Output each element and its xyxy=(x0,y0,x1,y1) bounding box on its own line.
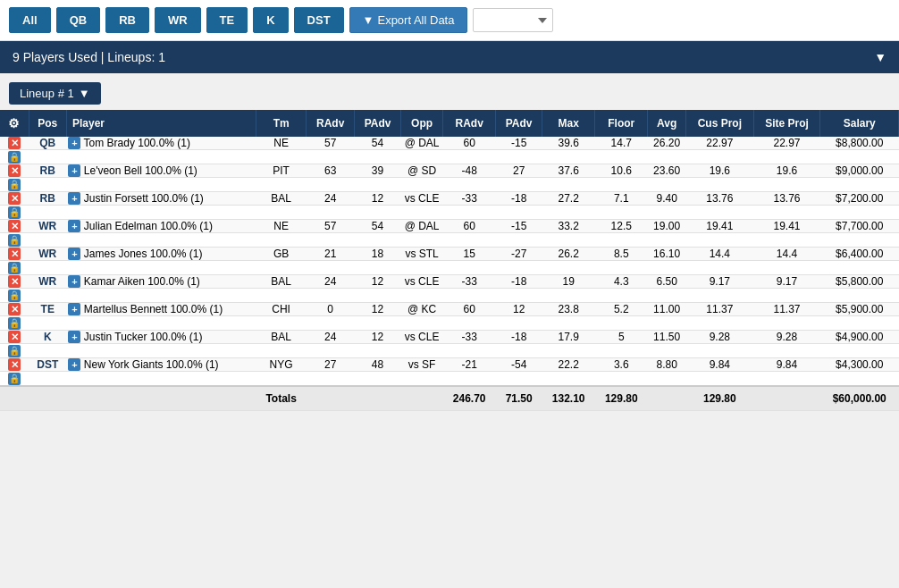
add-icon[interactable]: + xyxy=(68,192,80,205)
lock-icon[interactable]: 🔒 xyxy=(8,290,21,302)
row-pos: TE xyxy=(29,303,66,316)
row-padv2: -27 xyxy=(496,248,542,261)
row-remove-btn[interactable]: ✕ xyxy=(0,164,29,178)
add-icon[interactable]: + xyxy=(68,164,80,177)
lineup-button[interactable]: Lineup # 1 ▼ xyxy=(9,82,101,105)
col-gear[interactable]: ⚙ xyxy=(0,110,29,137)
remove-icon[interactable]: ✕ xyxy=(8,164,21,177)
data-table-container: ⚙ Pos Player Tm RAdv PAdv Opp RAdv PAdv … xyxy=(0,110,899,420)
totals-row: Totals 246.70 71.50 132.10 129.80 129.80… xyxy=(0,386,899,411)
pos-btn-all[interactable]: All xyxy=(9,7,51,33)
export-button[interactable]: ▼ Export All Data xyxy=(349,7,468,33)
table-subrow: 🔒 xyxy=(0,261,899,275)
row-lock-btn[interactable]: 🔒 xyxy=(0,178,29,192)
row-lock-btn[interactable]: 🔒 xyxy=(0,316,29,331)
row-subrow-empty xyxy=(29,233,899,248)
table-row: ✕ WR + Kamar Aiken 100.0% (1) BAL 24 12 … xyxy=(0,275,899,289)
lock-icon[interactable]: 🔒 xyxy=(8,345,21,357)
row-lock-btn[interactable]: 🔒 xyxy=(0,372,29,387)
pos-btn-dst[interactable]: DST xyxy=(294,7,344,33)
row-tm: BAL xyxy=(256,331,306,344)
remove-icon[interactable]: ✕ xyxy=(8,275,21,288)
row-max: 17.9 xyxy=(542,331,595,344)
row-remove-btn[interactable]: ✕ xyxy=(0,220,29,233)
row-lock-btn[interactable]: 🔒 xyxy=(0,206,29,220)
add-icon[interactable]: + xyxy=(68,275,80,288)
pos-btn-k[interactable]: K xyxy=(253,7,288,33)
row-remove-btn[interactable]: ✕ xyxy=(0,192,29,206)
row-opp: @ DAL xyxy=(400,220,442,233)
totals-empty4 xyxy=(307,386,355,411)
row-remove-btn[interactable]: ✕ xyxy=(0,137,29,150)
lock-icon[interactable]: 🔒 xyxy=(8,179,21,191)
row-player: + Justin Forsett 100.0% (1) xyxy=(66,192,256,206)
row-lock-btn[interactable]: 🔒 xyxy=(0,261,29,275)
row-avg: 9.40 xyxy=(648,192,686,206)
row-remove-btn[interactable]: ✕ xyxy=(0,275,29,289)
row-lock-btn[interactable]: 🔒 xyxy=(0,150,29,164)
table-row: ✕ RB + Justin Forsett 100.0% (1) BAL 24 … xyxy=(0,192,899,206)
row-lock-btn[interactable]: 🔒 xyxy=(0,289,29,303)
row-subrow-empty xyxy=(29,289,899,303)
remove-icon[interactable]: ✕ xyxy=(8,303,21,315)
players-bar-chevron-icon[interactable]: ▼ xyxy=(874,50,886,64)
row-avg: 26.20 xyxy=(648,137,686,150)
row-siteproj: 19.41 xyxy=(753,220,820,233)
row-avg: 23.60 xyxy=(648,164,686,178)
lineup-chevron-icon: ▼ xyxy=(79,87,90,100)
top-bar: All QB RB WR TE K DST ▼ Export All Data xyxy=(0,0,899,41)
lock-icon[interactable]: 🔒 xyxy=(8,373,21,385)
table-row: ✕ QB + Tom Brady 100.0% (1) NE 57 54 @ D… xyxy=(0,137,899,150)
add-icon[interactable]: + xyxy=(68,331,80,343)
col-cusproj: Cus Proj xyxy=(686,110,754,137)
row-radv1: 27 xyxy=(307,358,355,372)
row-remove-btn[interactable]: ✕ xyxy=(0,248,29,261)
row-radv2: -21 xyxy=(443,358,496,372)
remove-icon[interactable]: ✕ xyxy=(8,220,21,232)
row-lock-btn[interactable]: 🔒 xyxy=(0,344,29,358)
pos-btn-wr[interactable]: WR xyxy=(155,7,201,33)
remove-icon[interactable]: ✕ xyxy=(8,331,21,343)
pos-btn-qb[interactable]: QB xyxy=(56,7,101,33)
add-icon[interactable]: + xyxy=(68,248,80,260)
row-lock-btn[interactable]: 🔒 xyxy=(0,233,29,248)
gear-icon[interactable]: ⚙ xyxy=(8,116,20,130)
row-floor: 3.6 xyxy=(595,358,648,372)
lock-icon[interactable]: 🔒 xyxy=(8,206,21,219)
remove-icon[interactable]: ✕ xyxy=(8,358,21,371)
add-icon[interactable]: + xyxy=(68,358,80,371)
row-remove-btn[interactable]: ✕ xyxy=(0,358,29,372)
row-tm: CHI xyxy=(256,303,306,316)
add-icon[interactable]: + xyxy=(68,220,80,232)
lock-icon[interactable]: 🔒 xyxy=(8,262,21,274)
row-remove-btn[interactable]: ✕ xyxy=(0,331,29,344)
remove-icon[interactable]: ✕ xyxy=(8,137,21,149)
row-salary: $5,900.00 xyxy=(820,303,899,316)
row-pos: K xyxy=(29,331,66,344)
add-icon[interactable]: + xyxy=(68,137,80,149)
row-subrow-empty xyxy=(29,178,899,192)
remove-icon[interactable]: ✕ xyxy=(8,248,21,260)
row-remove-btn[interactable]: ✕ xyxy=(0,303,29,316)
remove-icon[interactable]: ✕ xyxy=(8,192,21,205)
lock-icon[interactable]: 🔒 xyxy=(8,234,21,247)
lock-icon[interactable]: 🔒 xyxy=(8,317,21,330)
row-floor: 4.3 xyxy=(595,275,648,289)
row-floor: 14.7 xyxy=(595,137,648,150)
table-subrow: 🔒 xyxy=(0,150,899,164)
filter-dropdown[interactable] xyxy=(473,8,553,32)
col-avg: Avg xyxy=(648,110,686,137)
row-player: + Tom Brady 100.0% (1) xyxy=(66,137,256,150)
row-siteproj: 14.4 xyxy=(753,248,820,261)
lock-icon[interactable]: 🔒 xyxy=(8,151,21,164)
row-radv2: 60 xyxy=(443,220,496,233)
row-opp: vs CLE xyxy=(400,331,442,344)
add-icon[interactable]: + xyxy=(68,303,80,315)
row-salary: $8,800.00 xyxy=(820,137,899,150)
pos-btn-te[interactable]: TE xyxy=(206,7,248,33)
row-padv2: -18 xyxy=(496,192,542,206)
table-subrow: 🔒 xyxy=(0,289,899,303)
row-cusproj: 22.97 xyxy=(686,137,754,150)
pos-btn-rb[interactable]: RB xyxy=(105,7,149,33)
row-siteproj: 19.6 xyxy=(753,164,820,178)
